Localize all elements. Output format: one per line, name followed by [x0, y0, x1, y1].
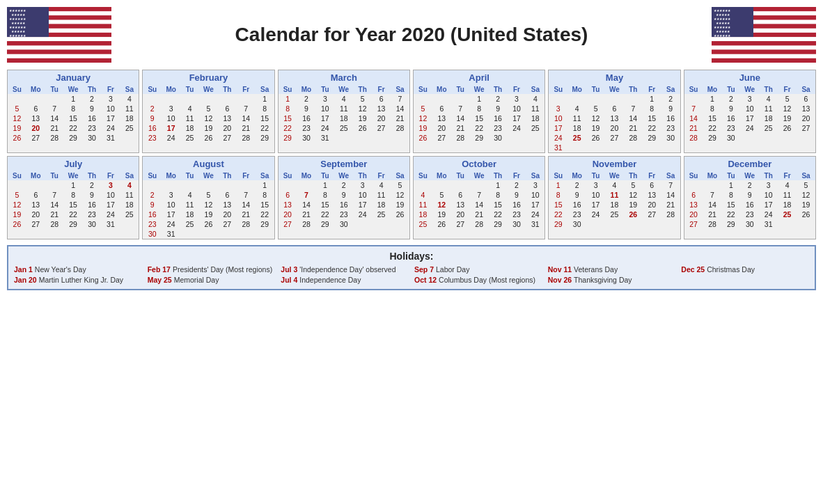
- calendar-day: 21: [470, 210, 489, 219]
- calendar-day: 18: [759, 113, 778, 123]
- calendar-day: 16: [508, 200, 526, 210]
- calendar-day: 21: [391, 113, 409, 123]
- holiday-date: Jul 4: [281, 276, 297, 284]
- day-header: Tu: [45, 171, 64, 180]
- calendar-day: 20: [372, 113, 391, 123]
- month-august: AugustSuMoTuWeThFrSa12345678910111213141…: [142, 156, 274, 239]
- calendar-day: 8: [643, 104, 661, 113]
- calendar-day: 22: [256, 210, 274, 219]
- holiday-name: Columbus Day (Most regions): [439, 276, 535, 284]
- holiday-name: Independence Day: [299, 276, 361, 284]
- calendar-day: 20: [684, 210, 703, 219]
- calendar-day: 2: [740, 180, 759, 190]
- holiday-name: New Year's Day: [35, 265, 86, 274]
- svg-text:★★★★★★: ★★★★★★: [714, 33, 731, 38]
- calendar-day: 14: [451, 113, 470, 123]
- calendar-day: 14: [45, 113, 64, 123]
- day-header: Tu: [586, 85, 605, 94]
- calendar-day: 25: [180, 133, 199, 143]
- holiday-date: May 25: [148, 276, 172, 284]
- calendar-day: [26, 94, 45, 104]
- calendar-day: 21: [237, 123, 256, 133]
- calendar-day: 16: [334, 200, 353, 210]
- svg-rect-12: [7, 58, 111, 63]
- calendar-day: 1: [549, 180, 567, 190]
- day-header: Fr: [508, 171, 526, 180]
- month-january: JanuarySuMoTuWeThFrSa1234567891011121314…: [7, 70, 139, 153]
- calendar-day: 14: [237, 113, 256, 123]
- calendar-day: [661, 143, 680, 152]
- day-header: Su: [684, 85, 703, 94]
- calendar-day: 2: [489, 94, 508, 104]
- calendar-day: 27: [279, 219, 297, 229]
- calendar-day: 9: [83, 104, 102, 113]
- calendar-day: 18: [526, 113, 544, 123]
- calendar-day: [180, 180, 199, 190]
- calendar-day: 15: [279, 113, 297, 123]
- calendar-day: 3: [740, 94, 759, 104]
- calendar-day: 25: [759, 123, 778, 133]
- calendar-day: 14: [470, 200, 489, 210]
- calendar-day: [237, 180, 256, 190]
- calendar-day: 6: [218, 104, 237, 113]
- calendar-day: 26: [8, 219, 26, 229]
- day-header: Su: [279, 171, 297, 180]
- calendar-day: 12: [199, 200, 218, 210]
- calendar-day: 31: [549, 143, 567, 152]
- calendar-day: 13: [451, 200, 470, 210]
- calendar-day: [237, 229, 256, 239]
- calendar-day: [199, 94, 218, 104]
- calendar-day: 31: [101, 219, 120, 229]
- calendar-day: 29: [703, 133, 722, 143]
- calendar-day: 24: [586, 210, 605, 219]
- calendar-day: 24: [549, 133, 567, 143]
- calendar-day: 23: [567, 210, 586, 219]
- calendar-day: 4: [526, 94, 544, 104]
- calendar-day: 28: [237, 133, 256, 143]
- calendar-day: 24: [740, 123, 759, 133]
- day-header: We: [470, 85, 489, 94]
- calendar-day: 25: [567, 133, 586, 143]
- day-header: Sa: [797, 171, 815, 180]
- day-header: Sa: [391, 171, 409, 180]
- calendar-day: 6: [605, 104, 624, 113]
- calendar-day: 27: [451, 219, 470, 229]
- day-header: Mo: [26, 171, 45, 180]
- calendar-day: [143, 94, 162, 104]
- calendar-day: 4: [180, 190, 199, 200]
- calendar-day: 21: [624, 123, 643, 133]
- day-header: Su: [414, 171, 432, 180]
- calendar-day: 27: [797, 123, 815, 133]
- calendar-day: 23: [721, 123, 740, 133]
- calendar-day: [353, 133, 372, 143]
- calendar-day: 5: [432, 190, 451, 200]
- calendar-day: 8: [703, 104, 722, 113]
- calendar-day: 29: [315, 219, 334, 229]
- calendar-day: 5: [199, 104, 218, 113]
- calendar-day: 12: [391, 190, 409, 200]
- calendar-day: 16: [721, 113, 740, 123]
- day-header: Mo: [297, 171, 316, 180]
- calendar-day: 28: [297, 219, 316, 229]
- day-header: Tu: [451, 85, 470, 94]
- calendar-day: 21: [661, 200, 680, 210]
- calendar-day: 19: [624, 200, 643, 210]
- day-header: Th: [353, 171, 372, 180]
- calendar-day: 19: [432, 210, 451, 219]
- calendar-day: [684, 180, 703, 190]
- day-header: Th: [759, 171, 778, 180]
- svg-rect-9: [7, 45, 111, 49]
- day-header: Su: [8, 85, 26, 94]
- calendar-day: 11: [605, 190, 624, 200]
- holiday-date: Jan 20: [14, 276, 37, 284]
- calendar-day: 27: [26, 219, 45, 229]
- holiday-item: Jul 4Independence Day: [281, 275, 409, 285]
- calendar-day: 20: [451, 210, 470, 219]
- calendar-day: 4: [605, 180, 624, 190]
- svg-rect-10: [7, 50, 111, 54]
- calendar-day: 15: [643, 113, 661, 123]
- calendar-day: 22: [64, 210, 83, 219]
- calendar-day: 25: [372, 210, 391, 219]
- calendar-day: 24: [508, 123, 526, 133]
- calendar-day: 11: [759, 104, 778, 113]
